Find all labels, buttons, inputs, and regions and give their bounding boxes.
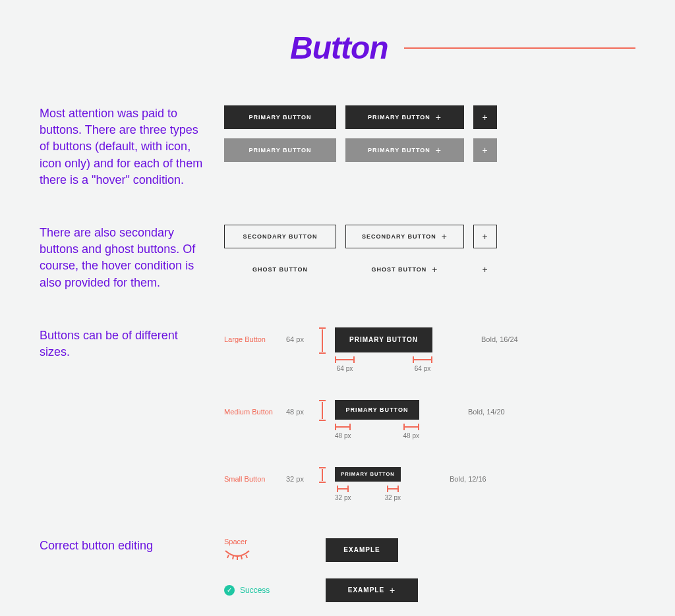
check-circle-icon: ✓ (224, 585, 235, 596)
spacer-row: Spacer EXAMPLE (224, 538, 635, 563)
section-primary: Most attention was paid to buttons. Ther… (40, 105, 635, 188)
size-medium-height-value: 48 px (286, 400, 310, 416)
ghost-button[interactable]: GHOST BUTTON (224, 258, 336, 281)
primary-button-hover[interactable]: PRIMARY BUTTON (224, 138, 336, 162)
left-col: Most attention was paid to buttons. Ther… (40, 105, 224, 188)
right-col: SECONDARY BUTTON SECONDARY BUTTON + + GH… (224, 225, 635, 281)
size-medium-block: Medium Button 48 px PRIMARY BUTTON 48 px… (224, 400, 635, 439)
page-title: Button (290, 30, 388, 66)
vertical-measure-icon (319, 400, 326, 421)
left-col: There are also secondary buttons and gho… (40, 225, 224, 291)
primary-button-label: PRIMARY BUTTON (368, 147, 430, 154)
pad-right-label: 32 px (385, 494, 401, 501)
vertical-measure-icon (319, 467, 326, 483)
primary-button-with-icon[interactable]: PRIMARY BUTTON + (345, 105, 464, 129)
size-small-label: Small Button (224, 467, 277, 483)
header-rule (404, 47, 635, 49)
ghost-icon-button[interactable]: + (473, 258, 497, 281)
ghost-row: GHOST BUTTON GHOST BUTTON + + (224, 258, 635, 281)
primary-button-small[interactable]: PRIMARY BUTTON (335, 467, 401, 482)
example-button-label: EXAMPLE (348, 586, 384, 594)
spacer-meta: Spacer (224, 538, 316, 563)
success-indicator: ✓ Success (224, 585, 316, 596)
pad-left-label: 32 px (335, 494, 351, 501)
sizes-description: Buttons can be of different sizes. (40, 327, 204, 360)
section-editing: Correct button editing Spacer EXAMPLE ✓ (40, 538, 635, 616)
primary-button-with-icon-hover[interactable]: PRIMARY BUTTON + (345, 138, 464, 162)
secondary-icon-button[interactable]: + (473, 225, 497, 248)
size-large-height-value: 64 px (286, 327, 310, 343)
secondary-button[interactable]: SECONDARY BUTTON (224, 225, 336, 248)
size-medium-label: Medium Button (224, 400, 277, 416)
secondary-button-label: SECONDARY BUTTON (362, 233, 436, 240)
primary-button-large[interactable]: PRIMARY BUTTON (335, 327, 432, 352)
size-small-sample: PRIMARY BUTTON 32 px 32 px (335, 467, 401, 501)
primary-button[interactable]: PRIMARY BUTTON (224, 105, 336, 129)
success-meta: ✓ Success (224, 585, 316, 596)
size-large-block: Large Button 64 px PRIMARY BUTTON 64 px … (224, 327, 635, 372)
horizontal-measures: 64 px 64 px (335, 356, 432, 372)
horizontal-measures: 32 px 32 px (335, 486, 401, 501)
ghost-button-label: GHOST BUTTON (371, 266, 426, 273)
pad-right-label: 64 px (415, 365, 430, 372)
editing-description: Correct button editing (40, 538, 204, 554)
svg-line-0 (227, 555, 229, 558)
svg-line-3 (241, 556, 242, 559)
left-col: Buttons can be of different sizes. (40, 327, 224, 360)
svg-line-4 (246, 555, 247, 558)
success-row: ✓ Success EXAMPLE + (224, 578, 635, 602)
example-button-with-icon[interactable]: EXAMPLE + (326, 578, 418, 602)
primary-icon-button-hover[interactable]: + (473, 138, 497, 162)
eye-icon (224, 549, 250, 560)
primary-row-default: PRIMARY BUTTON PRIMARY BUTTON + + (224, 105, 635, 129)
primary-description: Most attention was paid to buttons. Ther… (40, 105, 204, 188)
pad-left-measure: 32 px (335, 486, 351, 501)
right-col: Spacer EXAMPLE ✓ Success E (224, 538, 635, 616)
pad-right-measure: 32 px (385, 486, 401, 501)
pad-right-label: 48 px (403, 432, 419, 439)
pad-left-measure: 64 px (335, 356, 355, 372)
pad-right-measure: 48 px (403, 424, 419, 439)
section-secondary-ghost: There are also secondary buttons and gho… (40, 225, 635, 291)
pad-left-measure: 48 px (335, 424, 351, 439)
pad-left-label: 48 px (335, 432, 351, 439)
size-large-label: Large Button (224, 327, 277, 343)
vertical-measure-icon (319, 327, 326, 354)
pad-left-label: 64 px (337, 365, 353, 372)
left-col: Correct button editing (40, 538, 224, 554)
size-small-height-value: 32 px (286, 467, 310, 483)
secondary-row: SECONDARY BUTTON SECONDARY BUTTON + + (224, 225, 635, 248)
page-header: Button (290, 30, 635, 66)
size-large-spec: Bold, 16/24 (481, 327, 541, 343)
success-label: Success (240, 586, 270, 595)
primary-row-hover: PRIMARY BUTTON PRIMARY BUTTON + + (224, 138, 635, 162)
size-small-spec: Bold, 12/16 (450, 467, 509, 483)
pad-right-measure: 64 px (413, 356, 432, 372)
secondary-button-with-icon[interactable]: SECONDARY BUTTON + (345, 225, 464, 248)
primary-button-label: PRIMARY BUTTON (368, 114, 430, 121)
right-col: PRIMARY BUTTON PRIMARY BUTTON + + PRIMAR… (224, 105, 635, 162)
spacer-label: Spacer (224, 538, 316, 546)
secondary-description: There are also secondary buttons and gho… (40, 225, 204, 291)
section-sizes: Buttons can be of different sizes. Large… (40, 327, 635, 501)
primary-button-medium[interactable]: PRIMARY BUTTON (335, 400, 419, 420)
size-small-block: Small Button 32 px PRIMARY BUTTON 32 px … (224, 467, 635, 501)
horizontal-measures: 48 px 48 px (335, 424, 419, 439)
size-large-sample: PRIMARY BUTTON 64 px 64 px (335, 327, 432, 372)
size-medium-spec: Bold, 14/20 (468, 400, 527, 416)
right-col: Large Button 64 px PRIMARY BUTTON 64 px … (224, 327, 635, 501)
svg-line-1 (233, 556, 233, 559)
example-button[interactable]: EXAMPLE (326, 538, 398, 562)
size-medium-sample: PRIMARY BUTTON 48 px 48 px (335, 400, 419, 439)
primary-icon-button[interactable]: + (473, 105, 497, 129)
ghost-button-with-icon[interactable]: GHOST BUTTON + (345, 258, 464, 281)
